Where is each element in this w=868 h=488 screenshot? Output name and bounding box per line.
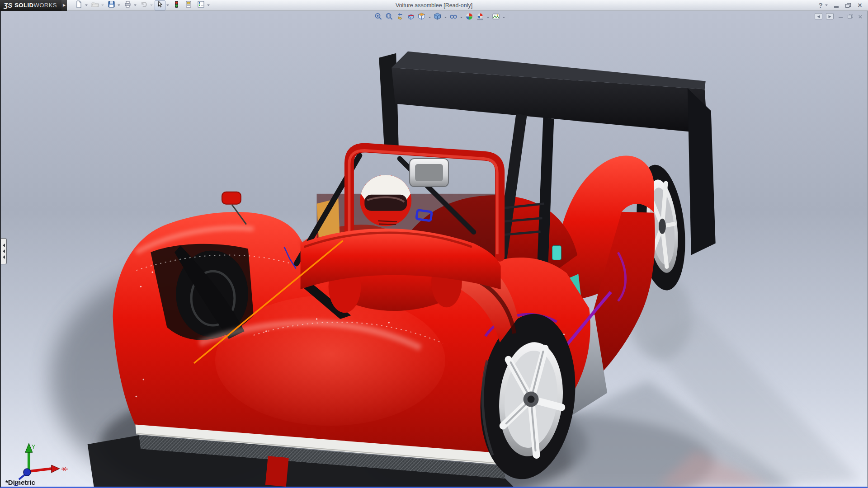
apply-scene-icon — [476, 13, 484, 22]
hide-show-items-icon — [449, 13, 457, 22]
undo-button — [138, 0, 149, 10]
close-button[interactable]: × — [856, 2, 863, 9]
select-cursor-dropdown[interactable] — [165, 0, 170, 10]
zoom-to-fit-button[interactable] — [373, 13, 383, 22]
file-properties-button[interactable] — [183, 0, 194, 10]
file-properties-icon — [185, 0, 193, 10]
help-button[interactable]: ? — [817, 2, 824, 9]
triad-y-label: Y — [32, 443, 36, 450]
display-style-button[interactable] — [433, 13, 443, 22]
view-orientation-label: *Dimetric — [5, 479, 35, 486]
view-orientation-icon — [418, 13, 425, 22]
open-document-button — [90, 0, 100, 10]
collapse-pane-right-button[interactable]: ▶ — [826, 13, 834, 19]
print-icon — [124, 0, 132, 10]
print-dropdown[interactable] — [133, 0, 137, 10]
view-orientation-button[interactable] — [417, 13, 427, 22]
main-toolbar — [73, 0, 211, 10]
title-bar: ƷS SOLIDWORKS ▶ Voiture assomblee [Read-… — [0, 0, 868, 11]
new-document-dropdown[interactable] — [84, 0, 88, 10]
undo-icon — [140, 0, 148, 10]
driver-helmet — [360, 175, 411, 226]
select-cursor-button[interactable] — [155, 0, 165, 10]
help-dropdown[interactable] — [824, 0, 828, 10]
edit-appearance-button[interactable] — [464, 13, 474, 22]
collapse-pane-left-button[interactable]: ◀ — [815, 13, 822, 19]
save-dropdown[interactable] — [117, 0, 121, 10]
hide-show-items-button[interactable] — [448, 13, 458, 22]
rebuild-traffic-light-button[interactable] — [171, 0, 182, 10]
display-style-icon — [434, 13, 441, 22]
previous-view-icon — [396, 13, 404, 22]
heads-up-view-toolbar — [373, 12, 506, 22]
rear-view-mirror[interactable] — [410, 159, 448, 187]
previous-view-button[interactable] — [395, 13, 405, 22]
graphics-viewport[interactable]: X Y Z ◀ ▶ × *Dimetric — [0, 11, 868, 488]
zoom-to-fit-icon — [374, 13, 382, 22]
document-window-controls: ◀ ▶ × — [815, 13, 863, 19]
zoom-to-area-icon — [385, 13, 393, 22]
feature-tree-collapsed-tab[interactable] — [1, 238, 7, 264]
3ds-logo-mark: ƷS — [4, 1, 12, 9]
solidworks-logo: ƷS SOLIDWORKS — [0, 0, 61, 11]
minimize-button[interactable] — [833, 2, 840, 9]
section-view-icon — [407, 13, 415, 22]
view-settings-dropdown[interactable] — [502, 12, 506, 22]
options-dropdown[interactable] — [206, 0, 210, 10]
options-button[interactable] — [195, 0, 206, 10]
new-document-button[interactable] — [73, 0, 84, 10]
restore-document-button[interactable] — [847, 13, 854, 19]
logo-flyout-arrow[interactable]: ▶ — [61, 0, 67, 11]
edit-appearance-icon — [465, 13, 473, 22]
new-document-icon — [75, 0, 83, 10]
close-document-button[interactable]: × — [857, 13, 863, 19]
view-orientation-dropdown[interactable] — [428, 12, 432, 22]
undo-dropdown — [149, 0, 153, 10]
open-document-icon — [91, 0, 99, 10]
open-document-dropdown — [100, 0, 104, 10]
viewport-canvas[interactable]: X Y Z — [1, 11, 867, 487]
save-button[interactable] — [106, 0, 117, 10]
view-settings-button[interactable] — [491, 13, 501, 22]
hide-show-items-dropdown[interactable] — [459, 12, 463, 22]
minimize-document-button[interactable] — [837, 13, 844, 19]
print-button[interactable] — [122, 0, 133, 10]
save-icon — [108, 0, 115, 10]
rebuild-traffic-light-icon — [173, 0, 180, 10]
select-cursor-icon — [156, 0, 164, 10]
display-style-dropdown[interactable] — [443, 12, 448, 22]
section-view-button[interactable] — [406, 13, 416, 22]
view-settings-icon — [492, 13, 500, 22]
apply-scene-dropdown[interactable] — [486, 12, 490, 22]
zoom-to-area-button[interactable] — [384, 13, 394, 22]
window-controls: ? × — [817, 0, 868, 10]
restore-button[interactable] — [844, 2, 852, 9]
apply-scene-button[interactable] — [475, 13, 485, 22]
options-icon — [197, 0, 205, 10]
